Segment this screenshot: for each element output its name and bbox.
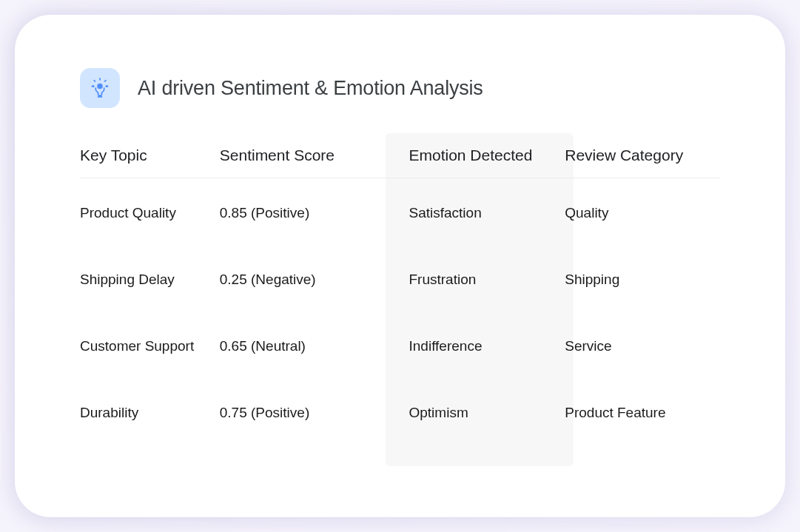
svg-point-1 (93, 85, 95, 87)
cell-score: 0.85 (Positive) (220, 205, 386, 221)
cell-emotion: Indifference (386, 338, 559, 354)
card-title: AI driven Sentiment & Emotion Analysis (138, 77, 483, 100)
lightbulb-icon-box (80, 68, 120, 108)
cell-category: Service (559, 338, 720, 354)
cell-emotion: Satisfaction (386, 205, 559, 221)
table-row: Product Quality 0.85 (Positive) Satisfac… (80, 205, 720, 221)
svg-point-2 (106, 85, 108, 87)
cell-emotion: Frustration (386, 272, 559, 288)
cell-score: 0.65 (Neutral) (220, 338, 386, 354)
analysis-table-container: Key Topic Sentiment Score Emotion Detect… (80, 147, 720, 421)
card-header: AI driven Sentiment & Emotion Analysis (80, 68, 720, 108)
svg-point-0 (97, 84, 103, 90)
analysis-table: Key Topic Sentiment Score Emotion Detect… (80, 147, 720, 421)
table-row: Durability 0.75 (Positive) Optimism Prod… (80, 405, 720, 421)
lightbulb-ai-icon (89, 77, 111, 99)
cell-category: Quality (559, 205, 720, 221)
cell-category: Product Feature (559, 405, 720, 421)
cell-topic: Shipping Delay (80, 272, 220, 288)
cell-score: 0.25 (Negative) (220, 272, 386, 288)
table-header-row: Key Topic Sentiment Score Emotion Detect… (80, 147, 720, 178)
analysis-card: AI driven Sentiment & Emotion Analysis K… (15, 15, 785, 517)
cell-score: 0.75 (Positive) (220, 405, 386, 421)
cell-topic: Durability (80, 405, 220, 421)
cell-category: Shipping (559, 272, 720, 288)
cell-topic: Customer Support (80, 338, 220, 354)
cell-topic: Product Quality (80, 205, 220, 221)
table-row: Customer Support 0.65 (Neutral) Indiffer… (80, 338, 720, 354)
column-header-topic: Key Topic (80, 147, 220, 164)
cell-emotion: Optimism (386, 405, 559, 421)
column-header-emotion: Emotion Detected (386, 147, 559, 164)
table-row: Shipping Delay 0.25 (Negative) Frustrati… (80, 272, 720, 288)
column-header-score: Sentiment Score (220, 147, 386, 164)
column-header-category: Review Category (559, 147, 720, 164)
